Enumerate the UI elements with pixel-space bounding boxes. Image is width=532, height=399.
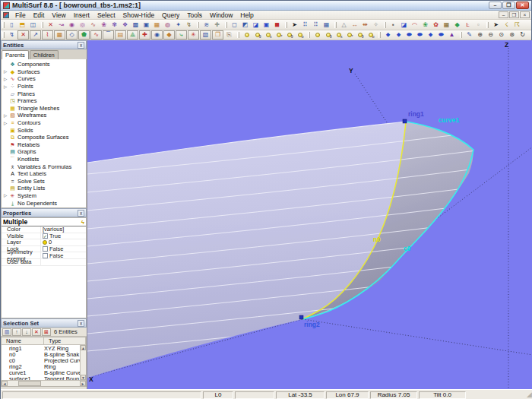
insert-snake-icon[interactable]: ⌇ xyxy=(42,30,53,40)
property-value[interactable]: False xyxy=(41,252,86,259)
insert-proj-icon[interactable]: ⤷ xyxy=(176,30,187,40)
wireframe-view-icon[interactable]: ◻ xyxy=(230,21,239,29)
mdi-restore-button[interactable]: ❐ xyxy=(509,11,519,18)
scroll-down-icon[interactable]: ▼ xyxy=(81,375,86,380)
move-down-icon[interactable]: ↓ xyxy=(22,328,31,336)
property-row-user-data[interactable]: User data xyxy=(2,259,86,266)
show-all-icon[interactable] xyxy=(242,31,252,40)
toolbar-grip[interactable] xyxy=(225,22,227,28)
zoom-fit-icon[interactable]: ⊙ xyxy=(496,31,506,40)
frame-icon[interactable]: ❖ xyxy=(120,21,130,29)
mdi-close-button[interactable]: × xyxy=(520,11,530,18)
toolbar-grip[interactable] xyxy=(285,22,287,28)
expander-icon[interactable]: ▷ xyxy=(3,84,8,89)
insert-line-icon[interactable]: ↗ xyxy=(30,30,41,40)
insert-list-icon[interactable]: ▤ xyxy=(115,30,126,40)
horizontal-scrollbar[interactable]: ◄ ► xyxy=(2,380,86,386)
tab-children[interactable]: Children xyxy=(30,50,59,59)
toolbar-grip[interactable] xyxy=(308,32,310,38)
tree-item-wireframes[interactable]: ▷▧Wireframes xyxy=(2,112,86,119)
tree-item-triangle-meshes[interactable]: ▦Triangle Meshes xyxy=(2,105,86,112)
dot-icon[interactable]: ▪ xyxy=(388,21,398,29)
properties-close-icon[interactable]: x xyxy=(78,210,84,217)
grid-snap-icon[interactable]: ⠿ xyxy=(300,21,310,29)
render-view-icon[interactable]: ▣ xyxy=(261,21,271,29)
expander-icon[interactable]: ▷ xyxy=(3,121,8,125)
ring2-marker[interactable] xyxy=(299,315,303,319)
checkbox-unchecked-icon[interactable] xyxy=(43,253,48,258)
toolbar-grip[interactable] xyxy=(41,22,43,28)
move-up-icon[interactable]: ↑ xyxy=(12,328,21,336)
vis-children-icon[interactable]: 9 xyxy=(355,31,365,40)
insert-cross-icon[interactable]: ✚ xyxy=(139,30,150,40)
scroll-left-icon[interactable]: ◄ xyxy=(2,381,8,386)
zoom-out-icon[interactable]: ⊖ xyxy=(486,31,496,40)
checkbox-unchecked-icon[interactable] xyxy=(43,246,48,252)
expander-icon[interactable]: ▷ xyxy=(3,113,8,118)
show-parents-icon[interactable]: 9 xyxy=(252,31,262,40)
toolbar-grip[interactable] xyxy=(2,22,5,28)
zoom-sel-icon[interactable]: ⊛ xyxy=(507,31,517,40)
bloom-icon[interactable]: ✿ xyxy=(431,21,441,29)
menu-item-file[interactable]: File xyxy=(11,11,30,20)
entities-close-icon[interactable]: x xyxy=(78,42,84,49)
tree-item-planes[interactable]: ▱Planes xyxy=(2,90,86,97)
insert-copy-icon[interactable]: ❐ xyxy=(212,30,223,40)
mdi-minimize-button[interactable]: – xyxy=(499,11,508,18)
insert-solid-icon[interactable]: ◆ xyxy=(163,30,175,40)
tree-item-surfaces[interactable]: ▷◆Surfaces xyxy=(2,68,86,76)
insert-surf-icon[interactable]: ▧ xyxy=(200,30,211,40)
vis-one-icon[interactable]: o xyxy=(366,31,375,40)
tree-item-frames[interactable]: ◳Frames xyxy=(2,97,86,105)
lens-3-icon[interactable]: ⬬ xyxy=(404,31,414,40)
vis-hide-icon[interactable]: x xyxy=(334,31,344,40)
show-sel-icon[interactable]: * xyxy=(274,31,283,40)
mesh-icon[interactable]: ▩ xyxy=(131,21,141,29)
ring1-marker[interactable] xyxy=(403,119,407,123)
pan-icon[interactable]: ＋ xyxy=(528,31,531,40)
bead-icon[interactable]: ❀ xyxy=(99,21,109,29)
clear-all-icon[interactable]: ⊠ xyxy=(42,328,51,336)
grid-table-icon[interactable]: ▦ xyxy=(321,21,331,29)
expander-icon[interactable]: ▷ xyxy=(3,77,8,81)
blank-icon[interactable]: ▫ xyxy=(473,21,483,29)
tree-item-no-dependents[interactable]: ⤓No Dependents xyxy=(2,199,86,207)
stretch-v-icon[interactable]: ⇹ xyxy=(360,21,370,29)
toolbar-grip[interactable] xyxy=(460,32,462,38)
lens-6-icon[interactable]: ⬬ xyxy=(436,31,446,40)
menu-item-show-hide[interactable]: Show-Hide xyxy=(119,11,159,20)
shade-box-icon[interactable]: ◪ xyxy=(399,21,409,29)
paste-special-icon[interactable]: ⎘ xyxy=(224,31,234,40)
pick-entity-icon[interactable]: ☈ xyxy=(512,21,522,29)
vertical-scrollbar[interactable]: ▲ ▼ xyxy=(80,345,86,380)
sketch-icon[interactable]: ✎ xyxy=(464,31,474,40)
menu-item-help[interactable]: Help xyxy=(236,11,257,20)
remove-icon[interactable]: ✕ xyxy=(32,328,41,336)
pick-pointer-icon[interactable]: ➤ xyxy=(491,21,501,29)
grid-icon[interactable]: ▦ xyxy=(152,21,162,29)
bolt-icon[interactable]: ↯ xyxy=(184,21,194,29)
tab-parents[interactable]: Parents xyxy=(2,50,29,59)
magnet-edit-icon[interactable]: ◎ xyxy=(78,21,87,29)
column-header-type[interactable]: Type xyxy=(44,337,86,344)
arc-icon[interactable]: ◠ xyxy=(410,21,420,29)
tree-item-variables-formulas[interactable]: ẋVariables & Formulas xyxy=(2,163,86,170)
tree-item-contours[interactable]: ▷≡Contours xyxy=(2,119,86,127)
insert-point-icon[interactable]: ✕ xyxy=(17,30,29,40)
pointer-icon[interactable]: ➤ xyxy=(290,21,299,29)
show-one-icon[interactable]: o xyxy=(295,31,305,40)
star-icon[interactable]: ✦ xyxy=(173,21,183,29)
curve-edit-icon[interactable]: ∿ xyxy=(88,21,98,29)
new-file-icon[interactable]: ▯ xyxy=(7,21,17,29)
tree-item-components[interactable]: ❖Components xyxy=(2,61,86,68)
menu-item-window[interactable]: Window xyxy=(206,11,236,20)
contour-icon[interactable]: ◍ xyxy=(163,21,173,29)
save-icon[interactable]: ◫ xyxy=(28,21,38,29)
diamond-icon[interactable]: ◆ xyxy=(452,21,462,29)
show-children-icon[interactable]: 9 xyxy=(284,31,294,40)
menu-item-tools[interactable]: Tools xyxy=(183,11,206,20)
waves-icon[interactable]: ≋ xyxy=(201,21,211,29)
expander-icon[interactable]: ▷ xyxy=(3,69,8,74)
vis-sel-icon[interactable]: * xyxy=(344,31,354,40)
resize-grip[interactable]: ◢ xyxy=(527,391,532,398)
